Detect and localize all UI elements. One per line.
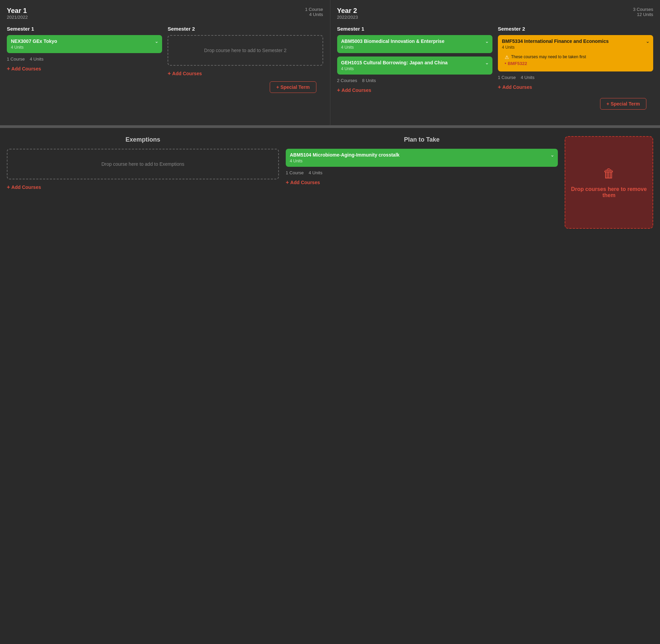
year2-sem2-label: Semester 2 (498, 26, 653, 32)
year2-header: Year 2 2022/2023 3 Courses 12 Units (337, 7, 654, 20)
geh1015-title: GEH1015 Cultural Borrowing: Japan and Ch… (341, 60, 488, 65)
year2-subtitle: 2022/2023 (337, 15, 358, 20)
geh1015-chevron-icon[interactable]: ⌄ (485, 60, 489, 65)
year1-sem2-drop-zone[interactable]: Drop course here to add to Semester 2 (168, 35, 323, 66)
geh1015-code: GEH1015 (341, 60, 362, 65)
plan-to-take-col: Plan to Take ABM5104 Microbiome-Aging-Im… (286, 136, 558, 229)
year1-special-term-row: + Special Term (7, 78, 323, 98)
top-section: Year 1 2021/2022 1 Course 4 Units Semest… (0, 0, 660, 125)
year1-stats: 1 Course 4 Units (305, 7, 323, 17)
year1-stats-courses: 1 Course (305, 7, 323, 12)
year1-header: Year 1 2021/2022 1 Course 4 Units (7, 7, 323, 20)
year1-sem1-label: Semester 1 (7, 26, 162, 32)
bmf5322-link[interactable]: BMF5322 (508, 61, 527, 66)
nex3007-title: NEX3007 GEx Tokyo (11, 38, 158, 44)
year2-semester2-col: Semester 2 BMF5334 International Finance… (498, 26, 653, 95)
bmf5334-code: BMF5334 (502, 38, 523, 44)
warning-triangle-icon: ⚠ (505, 54, 509, 60)
year2-special-term-button[interactable]: + Special Term (600, 98, 646, 110)
bmf5334-warning-box: ⚠ These courses may need to be taken fir… (502, 52, 649, 68)
year2-special-term-row: + Special Term (337, 95, 654, 115)
exemptions-add-courses-button[interactable]: Add Courses (7, 183, 41, 192)
year2-sem1-stats: 2 Courses 8 Units (337, 78, 492, 83)
exemptions-drop-text: Drop course here to add to Exemptions (101, 161, 185, 167)
exemptions-title: Exemptions (7, 136, 279, 143)
abm5003-card[interactable]: ABM5003 Biomedical Innovation & Enterpri… (337, 35, 492, 53)
year1-sem1-add-courses-button[interactable]: Add Courses (7, 64, 41, 73)
exemptions-col: Exemptions Drop course here to add to Ex… (7, 136, 279, 229)
year1-sem2-label: Semester 2 (168, 26, 323, 32)
year2-block: Year 2 2022/2023 3 Courses 12 Units Seme… (330, 0, 660, 125)
plan-to-take-add-courses-button[interactable]: Add Courses (286, 178, 320, 187)
abm5003-units: 4 Units (341, 45, 488, 50)
year1-stats-units: 4 Units (305, 12, 323, 17)
trash-icon: 🗑 (603, 166, 615, 181)
year1-sem2-add-courses-button[interactable]: Add Courses (168, 69, 202, 78)
year2-sem1-add-courses-button[interactable]: Add Courses (337, 86, 371, 95)
abm5104-chevron-icon[interactable]: ⌄ (550, 152, 554, 158)
delete-zone[interactable]: 🗑 Drop courses here to remove them (565, 136, 653, 229)
nex3007-units: 4 Units (11, 45, 158, 50)
year1-sem1-stats: 1 Course 4 Units (7, 57, 162, 62)
year1-block: Year 1 2021/2022 1 Course 4 Units Semest… (0, 0, 330, 125)
bmf5334-card[interactable]: BMF5334 International Finance and Econom… (498, 35, 653, 71)
bmf5334-chevron-icon[interactable]: ⌄ (646, 38, 650, 44)
bmf5334-units: 4 Units (502, 45, 649, 50)
year1-semester1-col: Semester 1 NEX3007 GEx Tokyo 4 Units ⌄ 1… (7, 26, 162, 78)
bottom-section: Exemptions Drop course here to add to Ex… (0, 128, 660, 237)
abm5003-code: ABM5003 (341, 38, 363, 44)
nex3007-code: NEX3007 (11, 38, 31, 44)
year2-stats: 3 Courses 12 Units (633, 7, 653, 17)
plan-to-take-stats: 1 Course 4 Units (286, 170, 558, 175)
plan-to-take-title: Plan to Take (286, 136, 558, 143)
year2-sem1-label: Semester 1 (337, 26, 492, 32)
year1-title: Year 1 (7, 7, 28, 15)
abm5003-name: Biomedical Innovation & Enterprise (364, 38, 444, 44)
abm5104-name: Microbiome-Aging-Immunity crosstalk (313, 152, 399, 158)
bmf5334-warning-link-row: BMF5322 (505, 61, 646, 66)
year1-semesters: Semester 1 NEX3007 GEx Tokyo 4 Units ⌄ 1… (7, 26, 323, 78)
abm5104-card[interactable]: ABM5104 Microbiome-Aging-Immunity crosst… (286, 149, 558, 167)
year2-title-group: Year 2 2022/2023 (337, 7, 358, 20)
year2-title: Year 2 (337, 7, 358, 15)
geh1015-units: 4 Units (341, 66, 488, 71)
year1-special-term-button[interactable]: + Special Term (270, 81, 316, 93)
geh1015-name: Cultural Borrowing: Japan and China (363, 60, 447, 65)
bmf5334-name: International Finance and Economics (524, 38, 609, 44)
bmf5334-title: BMF5334 International Finance and Econom… (502, 38, 649, 44)
year1-sem2-drop-text: Drop course here to add to Semester 2 (204, 48, 286, 53)
year1-subtitle: 2021/2022 (7, 15, 28, 20)
year1-semester2-col: Semester 2 Drop course here to add to Se… (168, 26, 323, 78)
year2-semesters: Semester 1 ABM5003 Biomedical Innovation… (337, 26, 654, 95)
abm5104-units: 4 Units (290, 159, 554, 163)
year2-stats-courses: 3 Courses (633, 7, 653, 12)
year1-title-group: Year 1 2021/2022 (7, 7, 28, 20)
abm5003-title: ABM5003 Biomedical Innovation & Enterpri… (341, 38, 488, 44)
geh1015-card[interactable]: GEH1015 Cultural Borrowing: Japan and Ch… (337, 57, 492, 75)
year2-semester1-col: Semester 1 ABM5003 Biomedical Innovation… (337, 26, 492, 95)
delete-zone-text: Drop courses here to remove them (565, 186, 653, 198)
nex3007-chevron-icon[interactable]: ⌄ (155, 38, 159, 44)
exemptions-drop-zone[interactable]: Drop course here to add to Exemptions (7, 149, 279, 179)
nex3007-name: GEx Tokyo (33, 38, 57, 44)
abm5104-title: ABM5104 Microbiome-Aging-Immunity crosst… (290, 152, 554, 158)
abm5104-code: ABM5104 (290, 152, 311, 158)
bmf5334-warning-text: These courses may need to be taken first (511, 54, 586, 59)
year2-sem2-add-courses-button[interactable]: Add Courses (498, 83, 532, 92)
nex3007-card[interactable]: NEX3007 GEx Tokyo 4 Units ⌄ (7, 35, 162, 53)
abm5003-chevron-icon[interactable]: ⌄ (485, 38, 489, 44)
section-divider (0, 125, 660, 128)
year2-stats-units: 12 Units (633, 12, 653, 17)
year2-sem2-stats: 1 Course 4 Units (498, 75, 653, 80)
